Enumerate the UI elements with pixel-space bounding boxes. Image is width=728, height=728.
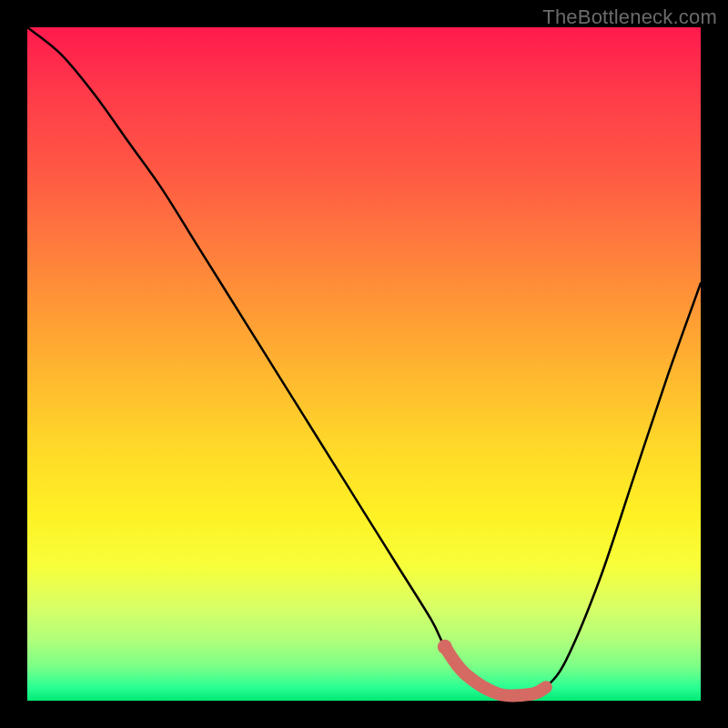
chart-svg [27, 27, 701, 701]
bottleneck-curve [27, 27, 701, 696]
optimal-range-marker [445, 647, 546, 696]
optimal-start-dot [438, 640, 452, 654]
plot-area [27, 27, 701, 701]
watermark: TheBottleneck.com [542, 5, 717, 29]
chart-frame: TheBottleneck.com [0, 0, 728, 728]
